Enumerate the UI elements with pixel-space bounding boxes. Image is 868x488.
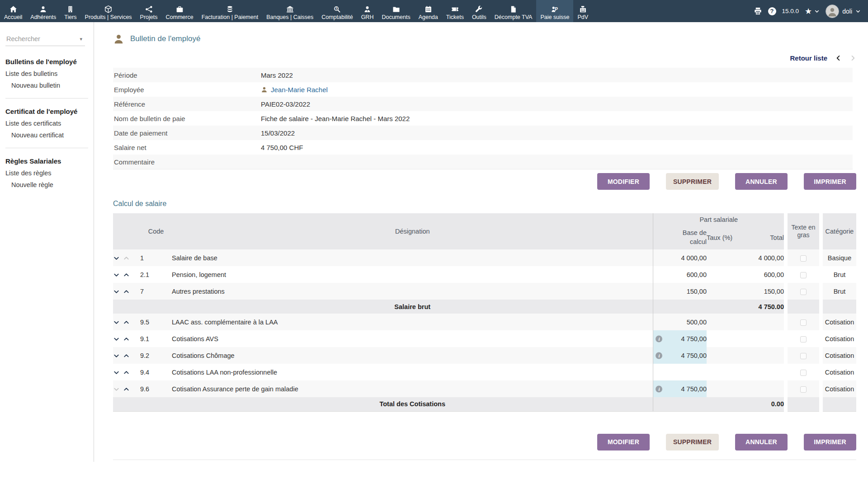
row-designation: Salaire de base bbox=[172, 249, 653, 266]
info-icon: i bbox=[656, 352, 662, 359]
menu-item-facturation-paiement[interactable]: Facturation | Paiement bbox=[198, 0, 263, 22]
menu-item-commerce[interactable]: Commerce bbox=[162, 0, 198, 22]
menu-item-banques-caisses[interactable]: Banques | Caisses bbox=[262, 0, 317, 22]
row-code: 9.1 bbox=[140, 330, 172, 347]
menu-item-label: Agenda bbox=[419, 14, 438, 20]
info-label: Salaire net bbox=[113, 144, 261, 151]
row-base-calcul: i4 750,00 bbox=[653, 380, 707, 397]
move-up-icon[interactable] bbox=[123, 369, 130, 376]
delete-button[interactable]: SUPPRIMER bbox=[666, 173, 719, 190]
menu-item-grh[interactable]: GRH bbox=[357, 0, 378, 22]
col-header-part-salariale: Part salariale bbox=[653, 213, 786, 226]
sidebar-item[interactable]: Liste des bulletins bbox=[5, 70, 88, 77]
page-title: Bulletin de l'employé bbox=[130, 34, 200, 43]
move-down-icon[interactable] bbox=[113, 272, 120, 278]
print-button[interactable]: IMPRIMER bbox=[804, 173, 856, 190]
products-icon bbox=[104, 5, 112, 13]
row-base-calcul: 600,00 bbox=[653, 266, 707, 283]
bold-text-checkbox[interactable] bbox=[800, 255, 807, 262]
menu-item-projets[interactable]: Projets bbox=[136, 0, 162, 22]
info-row: Salaire net4 750,00 CHF bbox=[113, 140, 853, 155]
search-input[interactable]: Rechercher ▾ bbox=[5, 34, 85, 46]
print-button[interactable]: IMPRIMER bbox=[804, 434, 856, 450]
topbar: AccueilAdhérentsTiersProduits | Services… bbox=[0, 0, 868, 22]
bold-text-checkbox[interactable] bbox=[800, 336, 807, 343]
menu-item-paie-suisse[interactable]: PPaie suisse bbox=[536, 0, 573, 22]
move-down-icon[interactable] bbox=[113, 288, 120, 295]
sidebar-item[interactable]: Nouveau certificat bbox=[11, 131, 88, 139]
delete-button[interactable]: SUPPRIMER bbox=[666, 434, 719, 450]
menu-item-accueil[interactable]: Accueil bbox=[0, 0, 26, 22]
move-up-icon[interactable] bbox=[123, 319, 130, 326]
row-taux bbox=[707, 364, 750, 380]
move-down-icon[interactable] bbox=[113, 369, 120, 376]
sidebar-item[interactable]: Nouvelle règle bbox=[11, 181, 88, 188]
content-bottom-divider bbox=[113, 460, 856, 460]
modify-button[interactable]: MODIFIER bbox=[597, 434, 650, 450]
info-row: PériodeMars 2022 bbox=[113, 68, 853, 82]
employee-link[interactable]: Jean-Marie Rachel bbox=[261, 86, 328, 94]
move-up-icon[interactable] bbox=[123, 336, 130, 343]
sidebar-section: Certificat de l'employéListe des certifi… bbox=[5, 98, 88, 139]
menu-item-produits-services[interactable]: Produits | Services bbox=[81, 0, 136, 22]
menu-item-label: GRH bbox=[361, 14, 374, 20]
sidebar-item[interactable]: Liste des certificats bbox=[5, 120, 88, 127]
col-header-designation: Désignation bbox=[172, 213, 653, 249]
menu-item-comptabilite[interactable]: $Comptabilité bbox=[317, 0, 357, 22]
move-up-icon[interactable] bbox=[123, 386, 130, 393]
salary-row-9.6: 9.6Cotisation Assurance perte de gain ma… bbox=[113, 380, 856, 397]
version-label: 15.0.0 bbox=[782, 8, 799, 14]
menu-item-tickets[interactable]: Tickets bbox=[442, 0, 468, 22]
row-taux bbox=[707, 283, 750, 300]
bookmarks-button[interactable]: ★ bbox=[805, 7, 820, 15]
move-down-icon[interactable] bbox=[113, 352, 120, 359]
move-down-icon[interactable] bbox=[113, 255, 120, 262]
move-down-icon[interactable] bbox=[113, 319, 120, 326]
sidebar-section: Bulletins de l'employéListe des bulletin… bbox=[5, 52, 88, 89]
row-code: 2.1 bbox=[140, 266, 172, 283]
chevron-left-icon[interactable] bbox=[835, 55, 842, 61]
dropdown-caret-icon: ▾ bbox=[80, 36, 82, 42]
menu-item-tiers[interactable]: Tiers bbox=[60, 0, 80, 22]
move-up-icon bbox=[123, 255, 130, 262]
back-to-list-link[interactable]: Retour liste bbox=[790, 54, 827, 62]
row-designation: Cotisations AVS bbox=[172, 330, 653, 347]
bold-text-checkbox[interactable] bbox=[800, 370, 807, 376]
col-header-move bbox=[113, 213, 140, 249]
actions-bottom: MODIFIERSUPPRIMERANNULERIMPRIMER bbox=[113, 434, 856, 450]
bold-text-checkbox[interactable] bbox=[800, 272, 807, 278]
bold-text-checkbox[interactable] bbox=[800, 353, 807, 359]
sidebar-item[interactable]: Nouveau bulletin bbox=[11, 82, 88, 89]
projects-icon bbox=[145, 5, 153, 13]
move-up-icon[interactable] bbox=[123, 272, 130, 278]
bold-text-checkbox[interactable] bbox=[800, 319, 807, 326]
menu-item-agenda[interactable]: Agenda bbox=[415, 0, 442, 22]
row-taux bbox=[707, 380, 750, 397]
move-up-icon[interactable] bbox=[123, 352, 130, 359]
bold-text-checkbox[interactable] bbox=[800, 386, 807, 393]
menu-item-decompte-tva[interactable]: Décompte TVA bbox=[491, 0, 537, 22]
menu-item-label: Adhérents bbox=[30, 14, 56, 20]
folder-icon bbox=[392, 5, 400, 13]
menu-item-outils[interactable]: Outils bbox=[468, 0, 491, 22]
third-party-icon bbox=[66, 5, 74, 13]
user-menu-button[interactable]: doli bbox=[826, 5, 861, 18]
payroll-icon: P bbox=[551, 5, 559, 13]
menu-item-adherents[interactable]: Adhérents bbox=[26, 0, 60, 22]
info-label: Nom de bulletin de paie bbox=[113, 115, 261, 122]
row-designation: Cotisations Chômage bbox=[172, 347, 653, 364]
help-icon[interactable]: ? bbox=[768, 7, 776, 15]
row-taux bbox=[707, 330, 750, 347]
printer-icon[interactable] bbox=[754, 7, 762, 15]
modify-button[interactable]: MODIFIER bbox=[597, 173, 650, 190]
menu-item-documents[interactable]: Documents bbox=[377, 0, 414, 22]
bold-text-checkbox[interactable] bbox=[800, 289, 807, 295]
calendar-icon bbox=[425, 5, 432, 13]
sidebar-item[interactable]: Liste des règles bbox=[5, 169, 88, 177]
move-down-icon[interactable] bbox=[113, 336, 120, 343]
home-icon bbox=[9, 5, 17, 13]
cancel-button[interactable]: ANNULER bbox=[735, 173, 788, 190]
move-up-icon[interactable] bbox=[123, 288, 130, 295]
menu-item-pdv[interactable]: PdV bbox=[573, 0, 592, 22]
cancel-button[interactable]: ANNULER bbox=[735, 434, 788, 450]
